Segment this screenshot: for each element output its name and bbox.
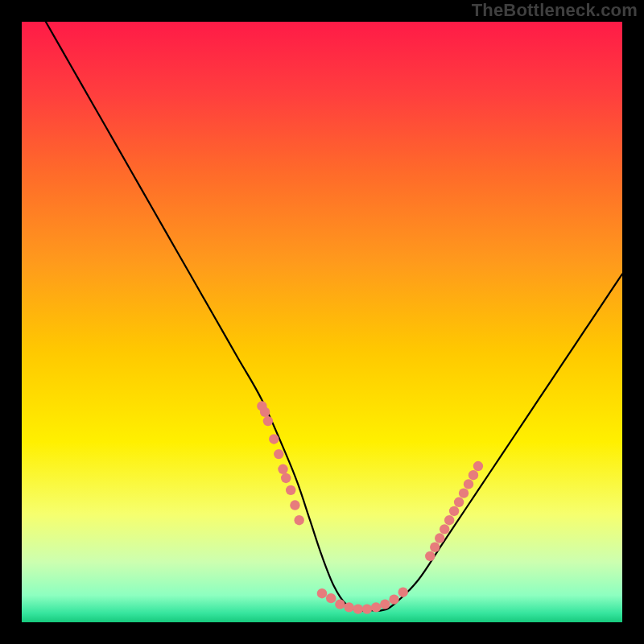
data-dot [449, 506, 459, 516]
data-dot [454, 497, 464, 507]
data-dot [353, 604, 363, 613]
data-dot [444, 515, 454, 525]
data-dot [294, 515, 303, 525]
data-dot [278, 464, 287, 474]
data-dot [389, 594, 398, 604]
data-dot [425, 551, 435, 561]
data-dot [263, 416, 273, 426]
data-dot [459, 488, 469, 497]
gradient-background [22, 22, 622, 622]
data-dot [281, 473, 291, 483]
watermark-text: TheBottleneck.com [472, 0, 638, 21]
data-dot [469, 470, 478, 480]
data-dot [317, 588, 327, 598]
data-dot [440, 524, 449, 534]
data-dot [473, 461, 483, 471]
data-dot [362, 604, 372, 613]
data-dot [274, 449, 283, 459]
data-dot [290, 500, 299, 510]
data-dot [380, 599, 390, 609]
data-dot [260, 407, 270, 417]
data-dot [398, 588, 408, 597]
chart-plot [22, 22, 622, 622]
data-dot [430, 543, 440, 552]
data-dot [464, 479, 473, 489]
data-dot [371, 602, 381, 612]
data-dot [326, 593, 336, 603]
data-dot [269, 434, 279, 444]
data-dot [435, 533, 444, 543]
chart-stage: TheBottleneck.com [0, 0, 644, 644]
data-dot [344, 602, 353, 612]
data-dot [335, 599, 345, 609]
data-dot [286, 485, 295, 495]
